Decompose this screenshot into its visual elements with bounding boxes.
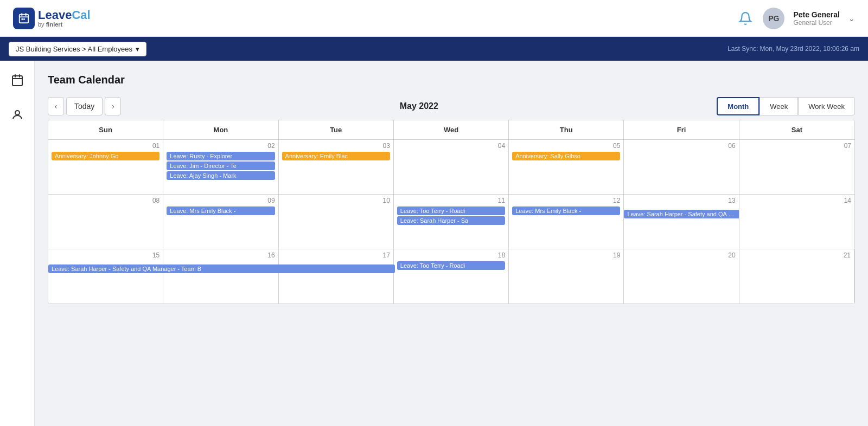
- col-header-mon: Mon: [163, 120, 278, 139]
- user-role: General User: [793, 19, 840, 27]
- logo-icon: [13, 8, 35, 29]
- calendar-week-3: 15 16 17 18 Leave: Too Terry - Roadi 19 …: [48, 249, 854, 304]
- cal-day-13: 13 Leave: Sarah Harper - Safety and QA M…: [624, 195, 739, 249]
- list-item[interactable]: Leave: Jim - Director - Te: [167, 162, 275, 170]
- nav-group: ‹ Today ›: [48, 97, 121, 115]
- breadcrumb-button[interactable]: JS Building Services > All Employees ▾: [9, 42, 146, 56]
- day-number: 18: [397, 251, 505, 259]
- cal-day-21: 21: [739, 249, 854, 304]
- cal-day-17: 17: [279, 249, 394, 304]
- cal-day-11: 11 Leave: Too Terry - Roadi Leave: Sarah…: [394, 195, 509, 249]
- list-item[interactable]: Anniversary: Emily Blac: [282, 152, 390, 160]
- main-content: Team Calendar ‹ Today › May 2022 Month W…: [35, 61, 868, 426]
- day-number: 09: [167, 197, 275, 204]
- cal-day-01: 01 Anniversary: Johnny Go: [48, 140, 163, 194]
- day-number: 11: [397, 197, 505, 204]
- header-right: PG Pete General General User ⌄: [737, 8, 855, 29]
- day-number: 19: [512, 251, 620, 259]
- today-button[interactable]: Today: [66, 97, 103, 115]
- logo-area: LeaveCal by finlert: [13, 8, 91, 29]
- calendar-header-row: Sun Mon Tue Wed Thu Fri Sat: [48, 120, 854, 140]
- top-header: LeaveCal by finlert PG Pete General Gene…: [0, 0, 868, 37]
- list-item[interactable]: Leave: Sarah Harper - Sa: [397, 216, 505, 225]
- cal-day-14: 14: [739, 195, 854, 249]
- cal-day-19: 19: [509, 249, 624, 304]
- logo-sub: by finlert: [38, 22, 91, 28]
- col-header-wed: Wed: [394, 120, 509, 139]
- day-number: 06: [627, 142, 735, 150]
- sync-status: Last Sync: Mon, May 23rd 2022, 10:06:26 …: [727, 45, 859, 53]
- cal-day-04: 04: [394, 140, 509, 194]
- cal-day-03: 03 Anniversary: Emily Blac: [279, 140, 394, 194]
- list-item[interactable]: Anniversary: Johnny Go: [52, 152, 159, 160]
- day-number: 03: [282, 142, 390, 150]
- list-item[interactable]: Leave: Sarah Harper - Safety and QA Mana…: [624, 210, 738, 218]
- cal-day-10: 10: [279, 195, 394, 249]
- page-title: Team Calendar: [48, 74, 855, 86]
- sidebar-item-person[interactable]: [7, 104, 28, 126]
- view-week-button[interactable]: Week: [760, 97, 798, 115]
- day-number: 21: [743, 251, 851, 259]
- app-body: Team Calendar ‹ Today › May 2022 Month W…: [0, 61, 868, 426]
- col-header-sat: Sat: [739, 120, 854, 139]
- cal-day-02: 02 Leave: Rusty - Explorer Leave: Jim - …: [163, 140, 278, 194]
- prev-button[interactable]: ‹: [48, 97, 64, 115]
- view-group: Month Week Work Week: [717, 97, 855, 115]
- logo-brand: LeaveCal: [38, 9, 91, 21]
- user-info: Pete General General User: [793, 10, 840, 27]
- user-name: Pete General: [793, 10, 840, 19]
- cal-day-09: 09 Leave: Mrs Emily Black -: [163, 195, 278, 249]
- day-number: 07: [743, 142, 851, 150]
- day-number: 15: [52, 251, 159, 259]
- view-month-button[interactable]: Month: [717, 97, 760, 115]
- view-workweek-button[interactable]: Work Week: [798, 97, 855, 115]
- avatar: PG: [763, 8, 784, 29]
- day-number: 17: [282, 251, 390, 259]
- calendar-week-1: 01 Anniversary: Johnny Go 02 Leave: Rust…: [48, 140, 854, 195]
- day-number: 04: [397, 142, 505, 150]
- day-number: 13: [627, 197, 735, 204]
- day-number: 12: [512, 197, 620, 204]
- cal-day-12: 12 Leave: Mrs Emily Black -: [509, 195, 624, 249]
- col-header-sun: Sun: [48, 120, 163, 139]
- day-number: 20: [627, 251, 735, 259]
- day-number: 10: [282, 197, 390, 204]
- sidebar: [0, 61, 35, 426]
- list-item[interactable]: Leave: Ajay Singh - Mark: [167, 171, 275, 180]
- cal-day-16: 16: [163, 249, 278, 304]
- list-item[interactable]: Leave: Rusty - Explorer: [167, 152, 275, 160]
- sidebar-item-calendar[interactable]: [7, 69, 28, 91]
- day-number: 14: [743, 197, 851, 204]
- col-header-fri: Fri: [624, 120, 739, 139]
- svg-rect-5: [23, 18, 25, 20]
- list-item[interactable]: Anniversary: Sally Gibso: [512, 152, 620, 160]
- svg-rect-4: [21, 18, 23, 20]
- logo-text: LeaveCal by finlert: [38, 9, 91, 28]
- sub-header: JS Building Services > All Employees ▾ L…: [0, 37, 868, 61]
- list-item[interactable]: Leave: Mrs Emily Black -: [167, 206, 275, 215]
- list-item[interactable]: Leave: Sarah Harper - Safety and QA Mana…: [48, 264, 395, 273]
- chevron-down-icon[interactable]: ⌄: [848, 14, 855, 23]
- day-number: 02: [167, 142, 275, 150]
- calendar-week-2: 08 09 Leave: Mrs Emily Black - 10 11 Lea…: [48, 195, 854, 249]
- list-item[interactable]: Leave: Too Terry - Roadi: [397, 261, 505, 270]
- col-header-tue: Tue: [279, 120, 394, 139]
- bell-icon[interactable]: [737, 10, 754, 27]
- cal-day-18: 18 Leave: Too Terry - Roadi: [394, 249, 509, 304]
- day-number: 16: [167, 251, 275, 259]
- cal-day-15: 15: [48, 249, 163, 304]
- calendar-toolbar: ‹ Today › May 2022 Month Week Work Week: [48, 97, 855, 120]
- month-label: May 2022: [400, 101, 438, 111]
- day-number: 08: [52, 197, 159, 204]
- list-item[interactable]: Leave: Mrs Emily Black -: [512, 206, 620, 215]
- day-number: 01: [52, 142, 159, 150]
- dropdown-arrow-icon: ▾: [136, 45, 139, 53]
- next-button[interactable]: ›: [105, 97, 121, 115]
- cal-day-08: 08: [48, 195, 163, 249]
- day-number: 05: [512, 142, 620, 150]
- cal-day-06: 06: [624, 140, 739, 194]
- list-item[interactable]: Leave: Too Terry - Roadi: [397, 206, 505, 215]
- breadcrumb-text: JS Building Services > All Employees: [16, 45, 132, 53]
- cal-day-05: 05 Anniversary: Sally Gibso: [509, 140, 624, 194]
- svg-point-10: [15, 111, 20, 115]
